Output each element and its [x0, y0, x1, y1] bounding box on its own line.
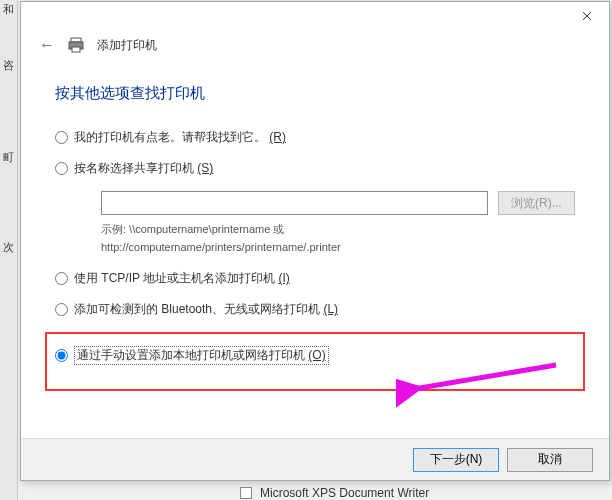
background-fragment-text: Microsoft XPS Document Writer — [260, 486, 429, 500]
page-title: 按其他选项查找打印机 — [21, 64, 609, 129]
bg-char: 咨 — [3, 58, 14, 73]
option-accel: (I) — [278, 271, 289, 285]
button-bar: 下一步(N) 取消 — [21, 438, 609, 480]
option-label-text: 添加可检测到的 Bluetooth、无线或网络打印机 — [74, 302, 320, 316]
svg-rect-0 — [71, 38, 81, 42]
option-accel: (O) — [308, 348, 325, 362]
close-icon — [582, 11, 592, 21]
options-group: 我的打印机有点老。请帮我找到它。 (R) 按名称选择共享打印机 (S) 浏览(R… — [21, 129, 609, 391]
bg-char: 和 — [3, 2, 14, 17]
example-line: http://computername/printers/printername… — [101, 239, 575, 257]
radio-old-printer[interactable] — [55, 131, 68, 144]
radio-bluetooth[interactable] — [55, 303, 68, 316]
next-button[interactable]: 下一步(N) — [413, 448, 499, 472]
option-shared-by-name[interactable]: 按名称选择共享打印机 (S) — [55, 160, 575, 177]
radio-shared-by-name[interactable] — [55, 162, 68, 175]
svg-rect-2 — [72, 47, 80, 52]
bg-char: 町 — [3, 150, 14, 165]
add-printer-dialog: ← 添加打印机 按其他选项查找打印机 我的打印机有点老。请帮我找到它。 (R) … — [20, 1, 610, 481]
back-arrow-icon[interactable]: ← — [39, 36, 55, 54]
dialog-header: ← 添加打印机 — [21, 32, 609, 64]
option-accel: (S) — [197, 161, 213, 175]
option-label-text: 按名称选择共享打印机 — [74, 161, 194, 175]
example-line: 示例: \\computername\printername 或 — [101, 221, 575, 239]
radio-manual-local[interactable] — [55, 349, 68, 362]
background-fragment: Microsoft XPS Document Writer — [240, 486, 429, 500]
radio-tcpip[interactable] — [55, 272, 68, 285]
share-example: 示例: \\computername\printername 或 http://… — [101, 221, 575, 256]
dialog-title: 添加打印机 — [97, 37, 157, 54]
share-path-row: 浏览(R)... — [101, 191, 575, 215]
option-old-printer[interactable]: 我的打印机有点老。请帮我找到它。 (R) — [55, 129, 575, 146]
next-button-label: 下一步(N) — [430, 452, 483, 466]
option-accel: (L) — [323, 302, 338, 316]
option-label-text: 我的打印机有点老。请帮我找到它。 — [74, 130, 266, 144]
option-label-text: 使用 TCP/IP 地址或主机名添加打印机 — [74, 271, 275, 285]
browse-button: 浏览(R)... — [498, 191, 575, 215]
checkbox-icon — [240, 487, 252, 499]
option-accel: (R) — [269, 130, 286, 144]
close-button[interactable] — [564, 2, 609, 30]
option-manual-local[interactable]: 通过手动设置添加本地打印机或网络打印机 (O) — [55, 346, 575, 365]
bg-char: 次 — [3, 240, 14, 255]
option-label-text: 通过手动设置添加本地打印机或网络打印机 — [77, 348, 305, 362]
annotation-highlight-box: 通过手动设置添加本地打印机或网络打印机 (O) — [45, 332, 585, 391]
option-tcpip[interactable]: 使用 TCP/IP 地址或主机名添加打印机 (I) — [55, 270, 575, 287]
option-bluetooth[interactable]: 添加可检测到的 Bluetooth、无线或网络打印机 (L) — [55, 301, 575, 318]
share-path-input[interactable] — [101, 191, 488, 215]
titlebar — [21, 2, 609, 32]
cancel-button-label: 取消 — [538, 452, 562, 466]
cancel-button[interactable]: 取消 — [507, 448, 593, 472]
printer-icon — [67, 37, 85, 53]
background-strip: 和 咨 町 次 — [0, 0, 18, 500]
